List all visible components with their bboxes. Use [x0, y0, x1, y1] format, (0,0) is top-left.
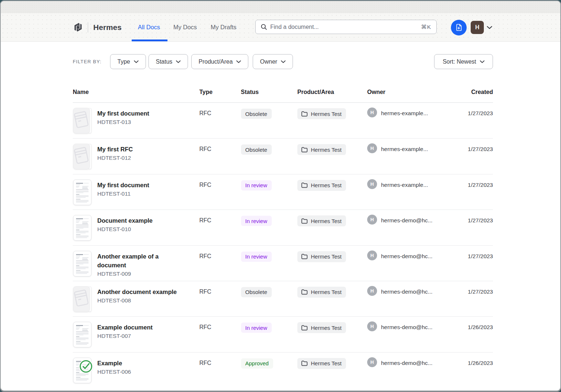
- sort-dropdown[interactable]: Sort: Newest: [434, 54, 493, 69]
- product-area-label: Hermes Test: [311, 360, 342, 366]
- document-name-cell: My first document HDTEST-013: [97, 109, 180, 127]
- owner-avatar: H: [367, 215, 377, 225]
- chevron-down-icon: [281, 60, 286, 63]
- document-title[interactable]: Example: [97, 359, 180, 368]
- document-name-cell: My first document HDTEST-011: [97, 181, 180, 198]
- status-badge: Obsolete: [241, 109, 272, 119]
- owner-email: hermes-example...: [381, 181, 428, 189]
- document-name-cell: Another document example HDTEST-008: [97, 287, 180, 305]
- document-created-date: 1/27/2023: [468, 216, 493, 225]
- document-created-date: 1/26/2023: [468, 323, 493, 332]
- filter-dropdown[interactable]: Owner: [253, 54, 293, 69]
- column-header-product-area[interactable]: Product/Area: [297, 88, 334, 96]
- column-header-name[interactable]: Name: [73, 88, 89, 96]
- column-header-owner[interactable]: Owner: [367, 88, 385, 96]
- nav-tab[interactable]: My Drafts: [211, 13, 237, 41]
- document-thumbnail: [73, 108, 91, 133]
- document-title[interactable]: My first document: [97, 181, 180, 189]
- filter-dropdown-label: Owner: [260, 59, 277, 65]
- document-created-date: 1/27/2023: [468, 287, 493, 296]
- document-title[interactable]: Another document example: [97, 287, 180, 296]
- product-area-badge[interactable]: Hermes Test: [297, 251, 346, 262]
- document-title[interactable]: Example document: [97, 323, 180, 332]
- document-row[interactable]: Example HDTEST-006 RFC Approved Hermes T…: [73, 352, 493, 388]
- document-preview: [73, 322, 91, 347]
- document-type: RFC: [199, 145, 211, 154]
- document-row[interactable]: My first document HDTEST-011 RFC In revi…: [73, 174, 493, 210]
- documents-table: Name Type Status Product/Area Owner Crea…: [73, 87, 493, 388]
- product-area-badge[interactable]: Hermes Test: [297, 144, 346, 155]
- document-title[interactable]: Another example of a document: [97, 252, 180, 270]
- document-thumbnail: [73, 286, 91, 312]
- owner-email: hermes-example...: [381, 109, 428, 118]
- product-area-label: Hermes Test: [311, 253, 342, 260]
- status-badge: In review: [241, 216, 272, 226]
- placeholder-doc-icon: [73, 108, 91, 133]
- column-header-created[interactable]: Created: [471, 88, 493, 96]
- new-document-button[interactable]: [451, 20, 467, 35]
- filter-dropdown[interactable]: Product/Area: [191, 54, 248, 69]
- column-header-type[interactable]: Type: [199, 88, 212, 96]
- document-row[interactable]: Another document example HDTEST-008 RFC …: [73, 281, 493, 316]
- user-avatar[interactable]: H: [471, 21, 484, 34]
- document-title[interactable]: My first document: [97, 109, 180, 118]
- document-name-cell: Another example of a document HDTEST-009: [97, 252, 180, 278]
- document-created-date: 1/27/2023: [468, 109, 493, 118]
- folder-icon: [301, 254, 308, 259]
- owner-avatar: H: [367, 357, 377, 367]
- owner-avatar: H: [367, 108, 377, 117]
- status-badge: In review: [241, 323, 272, 333]
- search-shortcut: ⌘K: [421, 24, 431, 30]
- search-box[interactable]: ⌘K: [255, 20, 437, 34]
- product-area-badge[interactable]: Hermes Test: [297, 287, 346, 298]
- document-number: HDTEST-012: [97, 154, 180, 162]
- document-type: RFC: [199, 109, 211, 118]
- nav-tab[interactable]: My Docs: [173, 13, 197, 41]
- document-row[interactable]: Another example of a document HDTEST-009…: [73, 245, 493, 281]
- column-header-status[interactable]: Status: [241, 88, 259, 96]
- product-area-badge[interactable]: Hermes Test: [297, 322, 346, 333]
- folder-icon: [301, 289, 308, 295]
- product-area-badge[interactable]: Hermes Test: [297, 215, 346, 226]
- document-created-date: 1/27/2023: [468, 252, 493, 261]
- active-tab-indicator: [132, 39, 167, 41]
- product-area-badge[interactable]: Hermes Test: [297, 180, 346, 191]
- product-area-badge[interactable]: Hermes Test: [297, 358, 346, 369]
- document-row[interactable]: Document example HDTEST-010 RFC In revie…: [73, 210, 493, 245]
- document-title[interactable]: My first RFC: [97, 145, 180, 154]
- navbar: Hermes All Docs My Docs My Drafts ⌘K: [1, 13, 560, 42]
- filter-dropdown-label: Status: [156, 59, 172, 65]
- sort-dropdown-label: Sort: Newest: [443, 59, 476, 65]
- filter-dropdown-label: Product/Area: [199, 59, 233, 65]
- product-area-badge[interactable]: Hermes Test: [297, 108, 346, 119]
- document-type: RFC: [199, 181, 211, 189]
- document-type: RFC: [199, 323, 211, 332]
- document-thumbnail: [73, 144, 91, 169]
- owner-avatar: H: [367, 143, 377, 153]
- document-thumbnail: [73, 180, 91, 205]
- document-number: HDTEST-007: [97, 332, 180, 340]
- app-window: Hermes All Docs My Docs My Drafts ⌘K: [0, 0, 561, 391]
- folder-icon: [301, 182, 308, 188]
- document-row[interactable]: Example document HDTEST-007 RFC In revie…: [73, 316, 493, 352]
- filter-by-label: FILTER BY:: [73, 59, 102, 64]
- document-title[interactable]: Document example: [97, 216, 180, 225]
- table-body: My first document HDTEST-013 RFC Obsolet…: [73, 103, 493, 388]
- document-number: HDTEST-010: [97, 225, 180, 234]
- document-name-cell: Example document HDTEST-007: [97, 323, 180, 340]
- top-band: [1, 1, 560, 13]
- document-thumbnail: [73, 322, 91, 347]
- document-preview: [73, 180, 91, 205]
- filter-dropdown[interactable]: Status: [148, 54, 188, 69]
- document-row[interactable]: My first document HDTEST-013 RFC Obsolet…: [73, 103, 493, 138]
- document-name-cell: Document example HDTEST-010: [97, 216, 180, 234]
- document-type: RFC: [199, 216, 211, 225]
- owner-avatar: H: [367, 321, 377, 331]
- nav-tab[interactable]: All Docs: [138, 13, 160, 41]
- filter-dropdown-label: Type: [117, 59, 130, 65]
- search-input[interactable]: [270, 24, 421, 30]
- user-menu-caret[interactable]: [487, 13, 492, 42]
- document-thumbnail: [73, 358, 91, 383]
- filter-dropdown[interactable]: Type: [110, 54, 146, 69]
- document-row[interactable]: My first RFC HDTEST-012 RFC Obsolete Her…: [73, 138, 493, 174]
